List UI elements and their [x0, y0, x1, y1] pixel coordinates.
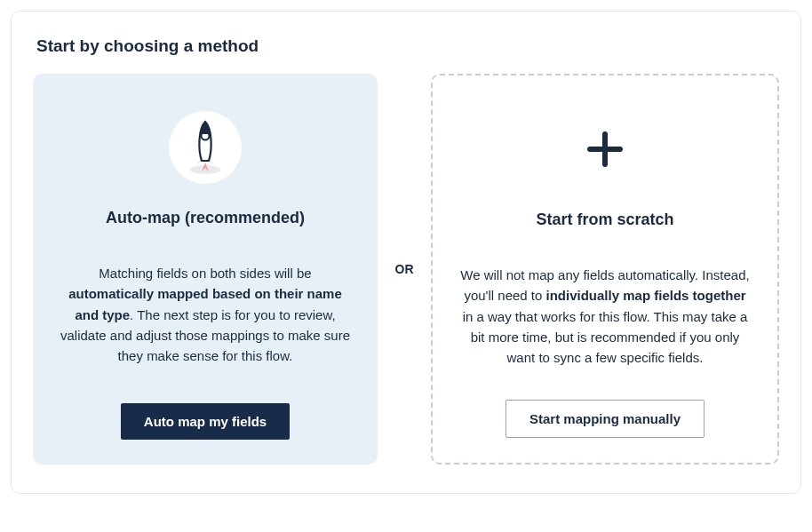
plus-icon-wrap — [586, 100, 624, 198]
method-chooser-panel: Start by choosing a method Auto-map (re — [11, 11, 801, 494]
plus-icon — [586, 131, 624, 168]
auto-map-desc-pre: Matching fields on both sides will be — [99, 266, 311, 281]
panel-heading: Start by choosing a method — [33, 36, 779, 56]
scratch-card[interactable]: Start from scratch We will not map any f… — [431, 74, 779, 465]
auto-map-title: Auto-map (recommended) — [106, 209, 305, 227]
rocket-icon — [169, 111, 242, 184]
or-divider: OR — [378, 262, 431, 276]
scratch-desc-post: in a way that works for this flow. This … — [463, 309, 748, 366]
cards-row: Auto-map (recommended) Matching fields o… — [33, 74, 779, 465]
rocket-icon-wrap — [169, 99, 242, 196]
scratch-description: We will not map any fields automatically… — [459, 265, 751, 368]
scratch-desc-bold: individually map fields together — [546, 288, 746, 303]
scratch-title: Start from scratch — [536, 210, 673, 229]
auto-map-card[interactable]: Auto-map (recommended) Matching fields o… — [33, 74, 378, 465]
auto-map-button[interactable]: Auto map my fields — [121, 403, 290, 440]
auto-map-description: Matching fields on both sides will be au… — [60, 263, 351, 366]
manual-map-button[interactable]: Start mapping manually — [506, 400, 705, 438]
